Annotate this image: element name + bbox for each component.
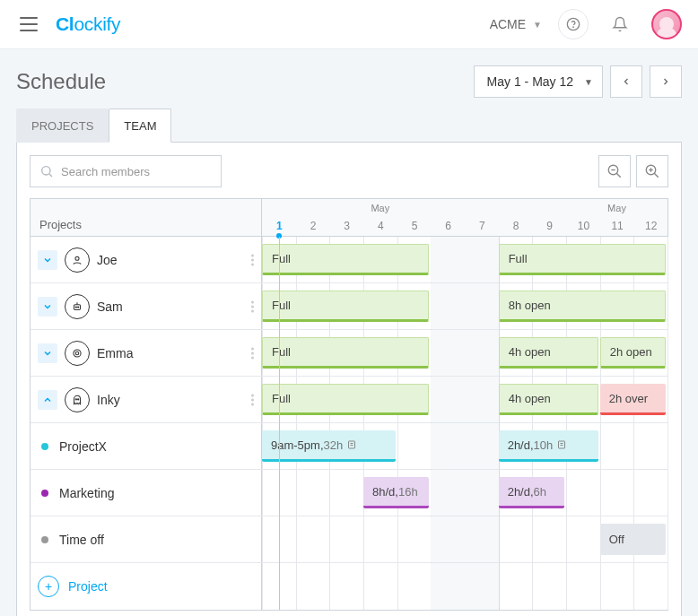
help-button[interactable] xyxy=(558,9,589,39)
grid-cell[interactable] xyxy=(600,423,634,469)
grid-cell[interactable] xyxy=(431,470,465,516)
search-field[interactable] xyxy=(61,165,212,178)
grid-cell[interactable] xyxy=(566,470,600,516)
expand-toggle[interactable] xyxy=(38,250,57,270)
svg-point-18 xyxy=(75,398,76,399)
schedule-bar[interactable]: Full xyxy=(262,291,429,322)
grid-cell[interactable] xyxy=(431,237,465,282)
expand-toggle[interactable] xyxy=(38,390,57,410)
search-input[interactable] xyxy=(30,155,222,187)
person-name: Joe xyxy=(97,253,118,267)
add-project-row[interactable]: +Project xyxy=(31,563,262,610)
schedule-bar[interactable]: 2h over xyxy=(600,384,666,415)
menu-icon[interactable] xyxy=(20,17,38,31)
grid-cell[interactable] xyxy=(397,516,432,562)
schedule-bar[interactable]: 2h open xyxy=(600,337,666,369)
zoom-in-button[interactable] xyxy=(636,155,668,187)
grid-cell[interactable] xyxy=(329,563,363,610)
zoom-out-button[interactable] xyxy=(598,155,631,187)
grid-cell[interactable] xyxy=(363,563,397,610)
grid-cell[interactable] xyxy=(465,283,499,329)
grid-cell[interactable] xyxy=(499,563,533,610)
drag-handle-icon[interactable] xyxy=(251,254,254,265)
drag-handle-icon[interactable] xyxy=(251,347,254,359)
schedule-bar[interactable]: Off xyxy=(600,524,666,555)
schedule-bar[interactable]: 2h/d, 10h xyxy=(499,430,598,462)
person-row: Inky xyxy=(31,377,262,422)
grid-cell[interactable] xyxy=(262,470,296,516)
workspace-selector[interactable]: ACME ▼ xyxy=(490,17,542,31)
schedule-bar[interactable]: 8h/d, 16h xyxy=(363,477,429,508)
day-header: 12 xyxy=(633,199,667,236)
schedule-bar[interactable]: 2h/d, 6h xyxy=(499,477,564,508)
grid-cell[interactable] xyxy=(465,237,499,282)
prev-button[interactable] xyxy=(610,65,642,98)
grid-cell[interactable] xyxy=(431,330,465,376)
plus-icon: + xyxy=(38,576,59,597)
drag-handle-icon[interactable] xyxy=(251,394,254,405)
grid-cell[interactable] xyxy=(431,283,465,329)
grid-cell[interactable] xyxy=(329,516,363,562)
grid-cell[interactable] xyxy=(363,516,397,562)
grid-cell[interactable] xyxy=(431,377,465,422)
schedule-bar[interactable]: Full xyxy=(499,244,666,275)
svg-line-5 xyxy=(616,173,621,178)
svg-line-8 xyxy=(654,173,659,178)
grid-cell[interactable] xyxy=(633,470,667,516)
drag-handle-icon[interactable] xyxy=(251,300,254,312)
tab-projects[interactable]: PROJECTS xyxy=(16,108,109,143)
grid-cell[interactable] xyxy=(329,470,363,516)
grid-cell[interactable] xyxy=(431,516,465,562)
grid-cell[interactable] xyxy=(465,516,499,562)
user-avatar[interactable] xyxy=(651,9,682,39)
grid-cell[interactable] xyxy=(262,516,296,562)
grid-cell[interactable] xyxy=(296,516,330,562)
grid-cell[interactable] xyxy=(532,516,566,562)
grid-cell[interactable] xyxy=(465,563,499,610)
caret-down-icon: ▼ xyxy=(584,77,593,87)
schedule-bar[interactable]: 9am-5pm, 32h xyxy=(262,430,396,462)
chevron-left-icon xyxy=(621,76,632,87)
grid-cell[interactable] xyxy=(431,423,465,469)
grid-cell[interactable] xyxy=(600,563,634,610)
svg-rect-12 xyxy=(74,304,81,309)
grid-cell[interactable] xyxy=(262,563,296,610)
project-row: ProjectX xyxy=(31,423,262,469)
project-row: Marketing xyxy=(31,470,262,516)
grid-cell[interactable] xyxy=(397,423,432,469)
notifications-button[interactable] xyxy=(605,9,635,39)
schedule-bar[interactable]: Full xyxy=(262,384,429,415)
grid-cell[interactable] xyxy=(465,423,499,469)
person-icon xyxy=(65,294,90,319)
grid-cell[interactable] xyxy=(600,470,634,516)
schedule-bar[interactable]: 4h open xyxy=(499,384,598,415)
grid-cell[interactable] xyxy=(296,470,330,516)
schedule-bar[interactable]: Full xyxy=(262,337,429,369)
schedule-bar[interactable]: Full xyxy=(262,244,429,275)
schedule-bar[interactable]: 4h open xyxy=(499,337,598,369)
grid-cell[interactable] xyxy=(397,563,432,610)
grid-cell[interactable] xyxy=(566,516,600,562)
day-header: 10 xyxy=(566,199,600,236)
add-project-label: Project xyxy=(68,579,108,594)
grid-cell[interactable] xyxy=(465,377,499,422)
grid-cell[interactable] xyxy=(296,563,330,610)
zoom-in-icon xyxy=(644,163,660,179)
svg-point-14 xyxy=(78,307,79,308)
grid-cell[interactable] xyxy=(633,423,667,469)
expand-toggle[interactable] xyxy=(38,297,57,317)
svg-point-17 xyxy=(75,351,79,355)
date-range-selector[interactable]: May 1 - May 12 ▼ xyxy=(474,65,603,98)
grid-cell[interactable] xyxy=(499,516,533,562)
expand-toggle[interactable] xyxy=(38,343,57,363)
grid-cell[interactable] xyxy=(566,563,600,610)
grid-cell[interactable] xyxy=(465,470,499,516)
grid-cell[interactable] xyxy=(465,330,499,376)
grid-cell[interactable] xyxy=(431,563,465,610)
tab-team[interactable]: TEAM xyxy=(109,108,171,143)
day-header: 3 xyxy=(329,199,363,236)
grid-cell[interactable] xyxy=(532,563,566,610)
grid-cell[interactable] xyxy=(633,563,667,610)
schedule-bar[interactable]: 8h open xyxy=(499,291,666,322)
next-button[interactable] xyxy=(650,65,682,98)
